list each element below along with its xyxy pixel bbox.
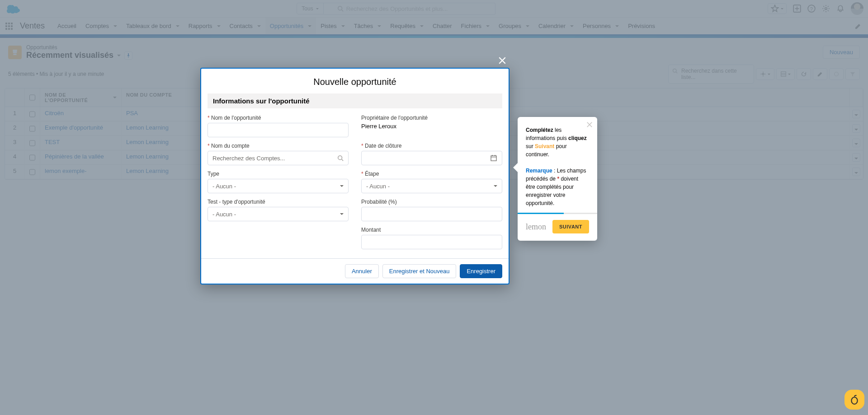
svg-line-18 (342, 159, 344, 161)
new-opportunity-modal: Nouvelle opportunité Informations sur l'… (200, 68, 509, 284)
save-new-button[interactable]: Enregistrer et Nouveau (382, 264, 457, 278)
modal-footer: Annuler Enregistrer et Nouveau Enregistr… (201, 258, 509, 284)
label-proba: Probabilité (%) (361, 199, 502, 205)
lemon-icon (849, 395, 859, 405)
select-test[interactable]: - Aucun - (208, 207, 349, 221)
lemon-logo: lemon (526, 221, 546, 233)
select-etape[interactable]: - Aucun - (361, 179, 502, 193)
section-header: Informations sur l'opportunité (208, 93, 502, 108)
select-type[interactable]: - Aucun - (208, 179, 349, 193)
close-icon (498, 56, 506, 65)
popover-text-1: Complétez les informations puis cliquez … (526, 126, 589, 159)
lookup-compte[interactable]: Recherchez des Comptes... (208, 151, 349, 165)
chevron-down-icon (340, 213, 344, 215)
search-icon (337, 155, 344, 161)
close-button[interactable] (496, 54, 509, 67)
label-nom: * Nom de l'opportunité (208, 115, 349, 121)
close-icon[interactable] (586, 121, 593, 128)
label-etape: * Étape (361, 171, 502, 177)
svg-rect-19 (491, 156, 496, 161)
label-type: Type (208, 171, 349, 177)
label-compte: * Nom du compte (208, 143, 349, 149)
save-button[interactable]: Enregistrer (460, 264, 502, 278)
input-montant[interactable] (361, 235, 502, 249)
input-nom[interactable] (208, 123, 349, 137)
input-date[interactable] (361, 151, 502, 165)
cancel-button[interactable]: Annuler (345, 264, 379, 278)
svg-point-25 (851, 397, 857, 404)
chevron-down-icon (340, 185, 344, 187)
chevron-down-icon (494, 185, 497, 187)
modal-title: Nouvelle opportunité (201, 69, 509, 93)
label-test: Test - type d'opportunité (208, 199, 349, 205)
label-montant: Montant (361, 227, 502, 233)
lemon-floating-button[interactable] (844, 390, 864, 410)
suivant-button[interactable]: SUIVANT (552, 220, 589, 233)
input-proba[interactable] (361, 207, 502, 221)
label-proprietaire: Propriétaire de l'opportunité (361, 115, 502, 121)
guidance-popover: Complétez les informations puis cliquez … (518, 117, 597, 241)
popover-text-2: Remarque : Les champs précédés de * doiv… (526, 167, 589, 207)
svg-point-17 (338, 156, 342, 160)
label-date: * Date de clôture (361, 143, 502, 149)
calendar-icon (490, 154, 497, 162)
owner-value: Pierre Leroux (361, 123, 502, 130)
popover-progress (518, 213, 597, 214)
